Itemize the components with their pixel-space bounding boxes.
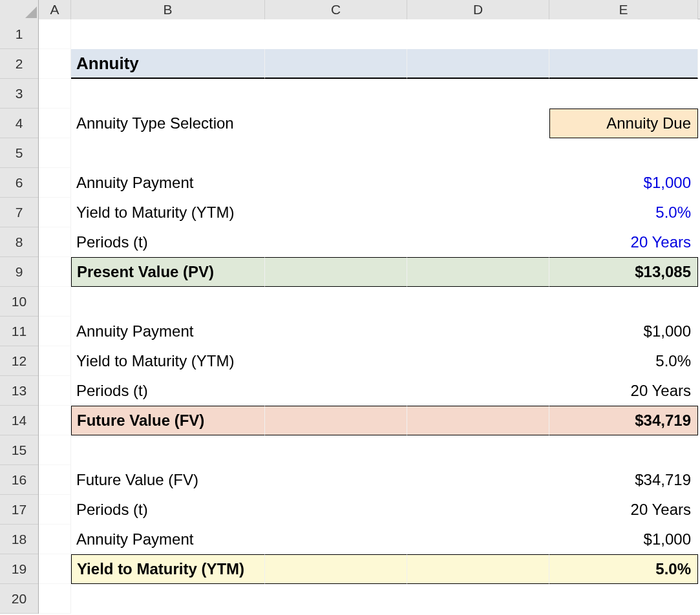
cell-A20[interactable]	[39, 584, 71, 614]
cell-D5[interactable]	[407, 138, 549, 168]
col-header-D[interactable]: D	[407, 0, 549, 19]
pv-periods-value[interactable]: 20 Years	[549, 227, 698, 257]
cell-D19[interactable]	[407, 554, 549, 584]
row-header-7[interactable]: 7	[0, 198, 38, 227]
cell-D4[interactable]	[407, 109, 549, 138]
cell-C8[interactable]	[265, 227, 407, 257]
row-header-5[interactable]: 5	[0, 138, 38, 168]
cell-A16[interactable]	[39, 465, 71, 495]
cell-D3[interactable]	[407, 79, 549, 109]
cell-C7[interactable]	[265, 198, 407, 227]
fv-ytm-value[interactable]: 5.0%	[549, 346, 698, 376]
cell-A17[interactable]	[39, 495, 71, 525]
ytm-result-label[interactable]: Yield to Maturity (YTM)	[71, 554, 265, 584]
cell-D16[interactable]	[407, 465, 549, 495]
cell-C9[interactable]	[265, 257, 407, 287]
cell-D13[interactable]	[407, 376, 549, 406]
cell-B1[interactable]	[71, 19, 265, 49]
cell-A19[interactable]	[39, 554, 71, 584]
row-header-12[interactable]: 12	[0, 346, 38, 376]
cell-C4[interactable]	[265, 109, 407, 138]
row-header-13[interactable]: 13	[0, 376, 38, 406]
row-header-14[interactable]: 14	[0, 406, 38, 435]
cell-A12[interactable]	[39, 346, 71, 376]
select-all-corner[interactable]	[0, 0, 39, 19]
cell-B10[interactable]	[71, 287, 265, 317]
cell-E3[interactable]	[549, 79, 698, 109]
pv-ytm-label[interactable]: Yield to Maturity (YTM)	[71, 198, 265, 227]
cell-B3[interactable]	[71, 79, 265, 109]
cell-C19[interactable]	[265, 554, 407, 584]
cell-A6[interactable]	[39, 168, 71, 198]
cell-A13[interactable]	[39, 376, 71, 406]
cell-A14[interactable]	[39, 406, 71, 435]
cell-B20[interactable]	[71, 584, 265, 614]
cell-C15[interactable]	[265, 435, 407, 465]
ytm-result-value[interactable]: 5.0%	[549, 554, 698, 584]
cell-B5[interactable]	[71, 138, 265, 168]
row-header-1[interactable]: 1	[0, 19, 38, 49]
cell-C11[interactable]	[265, 317, 407, 346]
fv-result-value[interactable]: $34,719	[549, 406, 698, 435]
row-header-20[interactable]: 20	[0, 584, 38, 614]
cell-C17[interactable]	[265, 495, 407, 525]
cell-B15[interactable]	[71, 435, 265, 465]
cell-C5[interactable]	[265, 138, 407, 168]
cell-D1[interactable]	[407, 19, 549, 49]
pv-payment-label[interactable]: Annuity Payment	[71, 168, 265, 198]
cell-E5[interactable]	[549, 138, 698, 168]
col-header-B[interactable]: B	[71, 0, 265, 19]
cell-E15[interactable]	[549, 435, 698, 465]
cell-E1[interactable]	[549, 19, 698, 49]
cell-C2[interactable]	[265, 49, 407, 79]
cell-D8[interactable]	[407, 227, 549, 257]
cell-D10[interactable]	[407, 287, 549, 317]
row-header-18[interactable]: 18	[0, 525, 38, 554]
cell-A3[interactable]	[39, 79, 71, 109]
cell-C12[interactable]	[265, 346, 407, 376]
row-header-6[interactable]: 6	[0, 168, 38, 198]
cell-D18[interactable]	[407, 525, 549, 554]
ytm-payment-label[interactable]: Annuity Payment	[71, 525, 265, 554]
cell-A9[interactable]	[39, 257, 71, 287]
ytm-periods-label[interactable]: Periods (t)	[71, 495, 265, 525]
cell-D11[interactable]	[407, 317, 549, 346]
pv-ytm-value[interactable]: 5.0%	[549, 198, 698, 227]
cell-C6[interactable]	[265, 168, 407, 198]
cell-D7[interactable]	[407, 198, 549, 227]
row-header-4[interactable]: 4	[0, 109, 38, 138]
row-header-3[interactable]: 3	[0, 79, 38, 109]
pv-result-label[interactable]: Present Value (PV)	[71, 257, 265, 287]
cell-A11[interactable]	[39, 317, 71, 346]
fv-payment-label[interactable]: Annuity Payment	[71, 317, 265, 346]
row-header-17[interactable]: 17	[0, 495, 38, 525]
cell-A18[interactable]	[39, 525, 71, 554]
ytm-periods-value[interactable]: 20 Years	[549, 495, 698, 525]
cell-A1[interactable]	[39, 19, 71, 49]
cell-A5[interactable]	[39, 138, 71, 168]
cell-D12[interactable]	[407, 346, 549, 376]
cell-E10[interactable]	[549, 287, 698, 317]
cell-A2[interactable]	[39, 49, 71, 79]
cell-C18[interactable]	[265, 525, 407, 554]
fv-result-label[interactable]: Future Value (FV)	[71, 406, 265, 435]
annuity-type-label[interactable]: Annuity Type Selection	[71, 109, 265, 138]
cell-D17[interactable]	[407, 495, 549, 525]
cell-C13[interactable]	[265, 376, 407, 406]
cell-E20[interactable]	[549, 584, 698, 614]
col-header-E[interactable]: E	[549, 0, 698, 19]
ytm-fv-label[interactable]: Future Value (FV)	[71, 465, 265, 495]
row-header-19[interactable]: 19	[0, 554, 38, 584]
fv-periods-label[interactable]: Periods (t)	[71, 376, 265, 406]
cell-D15[interactable]	[407, 435, 549, 465]
fv-payment-value[interactable]: $1,000	[549, 317, 698, 346]
cell-D14[interactable]	[407, 406, 549, 435]
cell-C3[interactable]	[265, 79, 407, 109]
row-header-2[interactable]: 2	[0, 49, 38, 79]
col-header-C[interactable]: C	[265, 0, 407, 19]
cell-C1[interactable]	[265, 19, 407, 49]
row-header-16[interactable]: 16	[0, 465, 38, 495]
row-header-9[interactable]: 9	[0, 257, 38, 287]
cell-A8[interactable]	[39, 227, 71, 257]
cell-D6[interactable]	[407, 168, 549, 198]
